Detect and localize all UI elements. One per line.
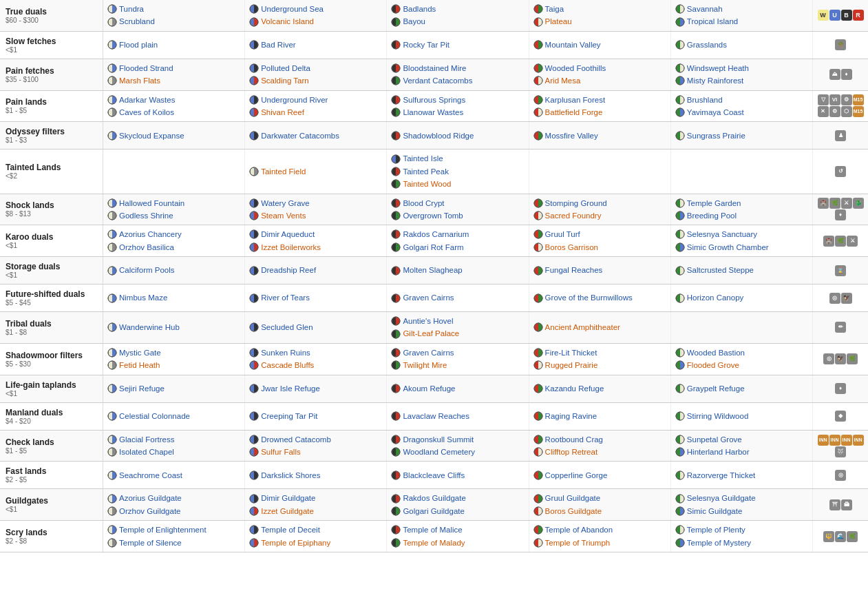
land-name[interactable]: Temple of Malice [403,524,462,536]
land-name[interactable]: Rakdos Carnarium [403,228,469,240]
land-name[interactable]: Plateau [545,15,572,28]
land-name[interactable]: Karplusan Forest [545,94,606,106]
land-name[interactable]: Tainted Isle [403,152,443,165]
land-name[interactable]: Flood plain [119,39,158,51]
land-name[interactable]: Ancient Amphitheater [545,321,620,333]
land-name[interactable]: Woodland Cemetery [403,446,475,458]
land-name[interactable]: Sulfur Falls [261,446,301,458]
land-name[interactable]: River of Tears [261,291,310,304]
land-name[interactable]: Tropical Island [687,15,738,28]
land-name[interactable]: Seachrome Coast [119,469,182,482]
land-name[interactable]: Taiga [545,3,564,15]
land-name[interactable]: Mossfire Valley [545,130,598,142]
land-name[interactable]: Twilight Mire [403,359,447,371]
land-name[interactable]: Boros Garrison [545,241,598,254]
land-name[interactable]: Izzet Boilerworks [261,241,321,254]
land-name[interactable]: Rocky Tar Pit [403,39,449,51]
land-name[interactable]: Graven Cairns [403,291,454,304]
land-name[interactable]: Drowned Catacomb [261,433,331,446]
land-name[interactable]: Temple of Silence [119,537,182,549]
land-name[interactable]: Clifftop Retreat [545,446,598,458]
land-name[interactable]: Misty Rainforest [687,74,743,87]
land-name[interactable]: Temple of Enlightenment [119,524,207,536]
land-name[interactable]: Temple of Mystery [687,537,751,549]
land-name[interactable]: Caves of Koilos [119,106,174,118]
land-name[interactable]: Razorverge Thicket [687,469,756,482]
land-name[interactable]: Darkslick Shores [261,469,320,482]
land-name[interactable]: Graypelt Refuge [687,382,745,395]
land-name[interactable]: Sacred Foundry [545,209,602,222]
land-name[interactable]: Isolated Chapel [119,446,174,458]
land-name[interactable]: Graven Cairns [403,346,454,359]
land-name[interactable]: Rugged Prairie [545,359,598,371]
land-name[interactable]: Savannah [687,3,723,15]
land-name[interactable]: Flooded Strand [119,62,173,74]
land-name[interactable]: Simic Guildgate [687,505,743,517]
land-name[interactable]: Temple of Deceit [261,524,320,536]
land-name[interactable]: Fire-Lit Thicket [545,346,597,359]
land-name[interactable]: Wooded Foothills [545,62,606,74]
land-name[interactable]: Cascade Bluffs [261,359,314,371]
land-name[interactable]: Azorius Guildgate [119,492,182,504]
land-name[interactable]: Gilt-Leaf Palace [403,327,459,340]
land-name[interactable]: Bayou [403,15,425,28]
land-name[interactable]: Dimir Guildgate [261,492,315,504]
land-name[interactable]: Underground Sea [261,3,324,15]
land-name[interactable]: Bloodstained Mire [403,62,466,74]
land-name[interactable]: Yavimaya Coast [687,106,744,118]
land-name[interactable]: Godless Shrine [119,209,173,222]
land-name[interactable]: Tainted Wood [403,178,451,190]
land-name[interactable]: Boros Guildgate [545,505,602,517]
land-name[interactable]: Blood Crypt [403,197,444,209]
land-name[interactable]: Battlefield Forge [545,106,603,118]
land-name[interactable]: Adarkar Wastes [119,94,175,106]
land-name[interactable]: Temple of Malady [403,537,465,549]
land-name[interactable]: Gruul Turf [545,228,580,240]
land-name[interactable]: Mountain Valley [545,39,601,51]
land-name[interactable]: Brushland [687,94,723,106]
land-name[interactable]: Dimir Aqueduct [261,228,315,240]
land-name[interactable]: Overgrown Tomb [403,209,463,222]
land-name[interactable]: Scalding Tarn [261,74,308,87]
land-name[interactable]: Rootbound Crag [545,433,603,446]
land-name[interactable]: Raging Ravine [545,410,597,422]
land-name[interactable]: Lavaclaw Reaches [403,410,469,422]
land-name[interactable]: Stomping Ground [545,197,607,209]
land-name[interactable]: Horizon Canopy [687,291,743,304]
land-name[interactable]: Temple of Epiphany [261,537,330,549]
land-name[interactable]: Shadowblood Ridge [403,130,474,142]
land-name[interactable]: Breeding Pool [687,209,737,222]
land-name[interactable]: Dreadship Reef [261,264,316,276]
land-name[interactable]: Skycloud Expanse [119,130,184,142]
land-name[interactable]: Steam Vents [261,209,306,222]
land-name[interactable]: Bad River [261,39,296,51]
land-name[interactable]: Grove of the Burnwillows [545,291,633,304]
land-name[interactable]: Flooded Grove [687,359,739,371]
land-name[interactable]: Secluded Glen [261,321,313,333]
land-name[interactable]: Sejiri Refuge [119,382,165,395]
land-name[interactable]: Azorius Chancery [119,228,182,240]
land-name[interactable]: Izzet Guildgate [261,505,314,517]
land-name[interactable]: Orzhov Basilica [119,241,174,254]
land-name[interactable]: Akoum Refuge [403,382,455,395]
land-name[interactable]: Orzhov Guildgate [119,505,181,517]
land-name[interactable]: Watery Grave [261,197,310,209]
land-name[interactable]: Temple of Plenty [687,524,745,536]
land-name[interactable]: Windswept Heath [687,62,749,74]
land-name[interactable]: Celestial Colonnade [119,410,190,422]
land-name[interactable]: Blackcleave Cliffs [403,469,465,482]
land-name[interactable]: Temple of Triumph [545,537,611,549]
land-name[interactable]: Auntie's Hovel [403,315,453,327]
land-name[interactable]: Selesnya Guildgate [687,492,756,504]
land-name[interactable]: Sulfurous Springs [403,94,465,106]
land-name[interactable]: Golgari Guildgate [403,505,465,517]
land-name[interactable]: Llanowar Wastes [403,106,463,118]
land-name[interactable]: Grasslands [687,39,727,51]
land-name[interactable]: Calciform Pools [119,264,175,276]
land-name[interactable]: Verdant Catacombs [403,74,472,87]
land-name[interactable]: Tundra [119,3,144,15]
land-name[interactable]: Selesnya Sanctuary [687,228,757,240]
land-name[interactable]: Scrubland [119,15,155,28]
land-name[interactable]: Tainted Field [261,165,306,178]
land-name[interactable]: Glacial Fortress [119,433,175,446]
